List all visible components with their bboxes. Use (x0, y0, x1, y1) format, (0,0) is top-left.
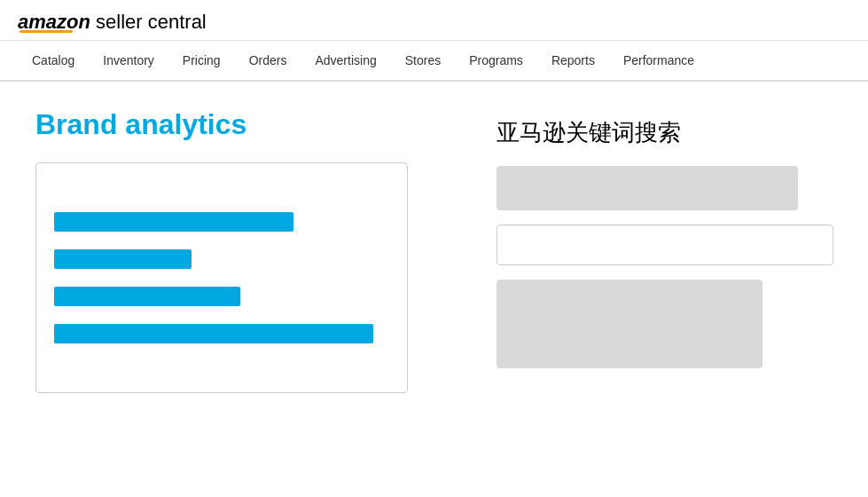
logo-text: amazon seller central (18, 11, 207, 33)
chart-bar-1 (54, 212, 293, 232)
nav-item-stores[interactable]: Stores (391, 41, 455, 80)
search-outline-box[interactable] (497, 225, 833, 265)
nav-item-programs[interactable]: Programs (455, 41, 537, 80)
chart-bar-row-3 (54, 287, 389, 306)
chart-bar-row-1 (54, 212, 389, 232)
chart-bar-3 (54, 287, 240, 306)
navbar: Catalog Inventory Pricing Orders Adverti… (0, 41, 868, 82)
nav-item-inventory[interactable]: Inventory (89, 41, 168, 80)
left-panel: Brand analytics (35, 108, 443, 393)
chart-bar-4 (54, 324, 373, 343)
result-box (497, 280, 762, 368)
chart-bar-row-4 (54, 324, 389, 343)
header: amazon seller central (0, 0, 868, 41)
nav-item-advertising[interactable]: Advertising (301, 41, 390, 80)
search-filled-box (497, 166, 798, 210)
right-panel: 亚马逊关键词搜索 (497, 108, 833, 393)
nav-item-catalog[interactable]: Catalog (18, 41, 89, 80)
nav-item-performance[interactable]: Performance (609, 41, 708, 80)
main-content: Brand analytics 亚马逊关键词搜索 (0, 82, 868, 420)
section-title: 亚马逊关键词搜索 (497, 117, 833, 148)
nav-item-pricing[interactable]: Pricing (168, 41, 235, 80)
brand-analytics-title: Brand analytics (35, 108, 443, 141)
chart-container (35, 162, 408, 393)
logo: amazon seller central (18, 11, 850, 33)
nav-item-orders[interactable]: Orders (235, 41, 301, 80)
chart-bar-2 (54, 249, 192, 269)
nav-item-reports[interactable]: Reports (537, 41, 609, 80)
chart-bar-row-2 (54, 249, 389, 269)
